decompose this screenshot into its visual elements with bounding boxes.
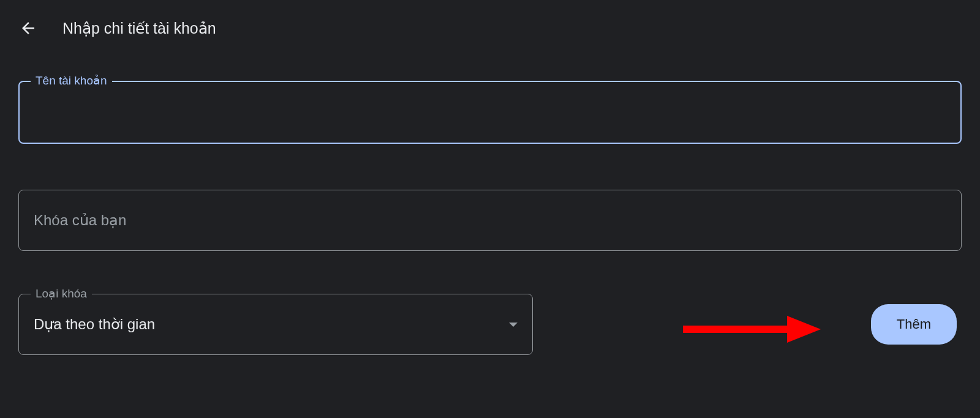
account-name-input[interactable] <box>18 81 962 144</box>
back-arrow-icon[interactable] <box>18 18 38 38</box>
your-key-input[interactable] <box>18 190 962 251</box>
key-type-selected-value: Dựa theo thời gian <box>34 316 155 333</box>
account-name-field-wrapper: Tên tài khoản <box>18 81 962 144</box>
chevron-down-icon <box>509 323 518 327</box>
account-name-label: Tên tài khoản <box>31 73 112 88</box>
form-container: Tên tài khoản Loại khóa Dựa theo thời gi… <box>0 38 980 355</box>
key-type-field-wrapper: Loại khóa Dựa theo thời gian <box>18 294 533 355</box>
add-button[interactable]: Thêm <box>871 304 957 345</box>
your-key-field-wrapper <box>18 190 962 251</box>
page-title: Nhập chi tiết tài khoản <box>62 20 216 37</box>
key-type-label: Loại khóa <box>31 286 92 300</box>
page-header: Nhập chi tiết tài khoản <box>0 0 980 38</box>
key-type-select[interactable]: Dựa theo thời gian <box>18 294 533 355</box>
bottom-row: Loại khóa Dựa theo thời gian Thêm <box>18 294 962 355</box>
